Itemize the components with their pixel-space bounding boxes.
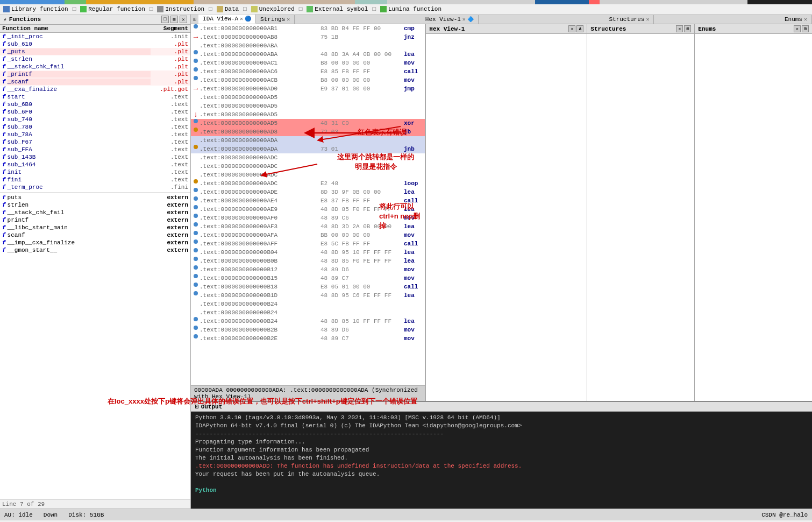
enums-btn2[interactable]: ⊞ (802, 25, 809, 32)
functions-minimize-btn[interactable]: □ (161, 16, 169, 23)
struct-btn2[interactable]: ⊞ (684, 25, 691, 32)
function-row[interactable]: fprintfextern (0, 216, 190, 224)
ida-line[interactable]: .text:0000000000000B24loc_B24:; CODE XRE… (191, 308, 425, 317)
function-row[interactable]: f_scanf.plt (0, 78, 190, 86)
hex-view-content[interactable] (426, 34, 587, 401)
function-row[interactable]: f__gmon_start__extern (0, 246, 190, 254)
function-row[interactable]: f_term_proc.fini (0, 184, 190, 191)
ida-line[interactable]: .text:0000000000000ADCE2 48loopnear ptr … (191, 179, 425, 188)
ida-line[interactable]: .text:0000000000000B2E48 89 C7movrdi, ra… (191, 334, 425, 343)
function-row[interactable]: fsub_780.text (0, 123, 190, 131)
struct-btn1[interactable]: ✕ (676, 25, 683, 32)
ida-line[interactable]: ↓.text:0000000000000AD5 (191, 110, 425, 119)
ida-line[interactable]: .text:0000000000000ADC (191, 162, 425, 171)
ida-line[interactable]: .text:0000000000000AFABB 00 00 00 00move… (191, 231, 425, 239)
ida-line[interactable]: .text:0000000000000B2B48 89 D6movrsi, rd… (191, 326, 425, 334)
ida-line[interactable]: .text:0000000000000AD548 31 C0xorloc_AD5… (191, 119, 425, 128)
ida-line[interactable]: .text:0000000000000B0B48 8D 85 F0 FE FF … (191, 257, 425, 265)
ida-line[interactable]: .text:0000000000000ACBB8 00 00 00 00move… (191, 76, 425, 84)
ida-line[interactable]: .text:0000000000000B1248 89 D6movrsi, rd… (191, 265, 425, 274)
enums-btn1[interactable]: ✕ (794, 25, 801, 32)
function-name: sub_610 (8, 41, 151, 47)
ida-line[interactable]: .text:0000000000000AF348 8D 3D 2A 0B 00 … (191, 222, 425, 231)
ida-line[interactable]: .text:0000000000000AD872 03jbshort near … (191, 128, 425, 136)
ida-line[interactable]: .text:0000000000000AD5; (191, 102, 425, 110)
function-row[interactable]: f__stack_chk_failextern (0, 209, 190, 216)
structures-content[interactable] (587, 34, 694, 401)
ida-mnemonic: mov (404, 274, 425, 283)
ida-line[interactable]: .text:0000000000000AC1B8 00 00 00 00move… (191, 59, 425, 67)
ida-line[interactable]: →.text:0000000000000AB875 1Bjnzshort loc… (191, 33, 425, 41)
ida-line[interactable]: .text:0000000000000B0448 8D 95 10 FF FF … (191, 248, 425, 257)
function-row[interactable]: f__cxa_finalize.plt.got (0, 86, 190, 93)
function-row[interactable]: fsub_FFA.text (0, 146, 190, 153)
ida-line[interactable]: .text:0000000000000AFFE8 5C FB FF FFcall… (191, 239, 425, 248)
ida-line[interactable]: .text:0000000000000ADCloc_ADC: (191, 171, 425, 179)
function-row[interactable]: fstrlenextern (0, 201, 190, 209)
ida-mnemonic: jmp (404, 84, 425, 93)
ida-line[interactable]: .text:0000000000000B18E8 05 01 00 00call… (191, 283, 425, 291)
function-row[interactable]: f_init_proc.init (0, 33, 190, 40)
function-row[interactable]: fsub_740.text (0, 116, 190, 123)
tab-structures-close[interactable]: ✕ (646, 16, 649, 23)
ida-line[interactable]: →.text:0000000000000AD0E9 37 01 00 00jmp… (191, 84, 425, 93)
function-segment: .text (151, 169, 188, 175)
ida-line[interactable]: .text:0000000000000ABA (191, 41, 425, 50)
ida-line[interactable]: .text:0000000000000AE948 8D 85 F0 FE FF … (191, 205, 425, 214)
function-row[interactable]: f_strlen.plt (0, 55, 190, 63)
functions-restore-btn[interactable]: ⊞ (170, 16, 178, 23)
ida-line[interactable]: .text:0000000000000ADA73 01jnbshort near… (191, 145, 425, 153)
functions-table[interactable]: f_init_proc.initfsub_610.pltf_puts.pltf_… (0, 33, 190, 499)
function-row[interactable]: fstart.text (0, 93, 190, 101)
output-content[interactable]: Python 3.8.10 (tags/v3.8.10:3d8993a, May… (191, 412, 812, 509)
function-row[interactable]: f__libc_start_mainextern (0, 224, 190, 231)
functions-close-btn[interactable]: ✕ (180, 16, 187, 23)
enums-content[interactable] (695, 34, 812, 401)
ida-line[interactable]: .text:0000000000000AC6E8 85 FB FF FFcall… (191, 67, 425, 76)
ida-line[interactable]: .text:0000000000000B1548 89 C7movrdi, ra… (191, 274, 425, 283)
function-row[interactable]: fsub_78A.text (0, 131, 190, 138)
function-segment: extern (151, 224, 188, 231)
function-row[interactable]: fsub_F67.text (0, 138, 190, 146)
ida-line[interactable]: .text:0000000000000AB183 BD B4 FE FF 00c… (191, 24, 425, 33)
function-row[interactable]: fsub_610.plt (0, 40, 190, 48)
function-row[interactable]: fsub_143B.text (0, 153, 190, 161)
function-icon: f (2, 79, 6, 85)
tab-strings-close[interactable]: ✕ (287, 16, 290, 23)
ida-line[interactable]: .text:0000000000000B1D48 8D 95 C6 FE FF … (191, 291, 425, 300)
ida-scroll-area[interactable]: .text:0000000000000AB183 BD B4 FE FF 00c… (191, 24, 425, 385)
function-row[interactable]: f_printf.plt (0, 70, 190, 78)
hex-view-btn2[interactable]: A (576, 25, 583, 32)
tab-ida-view-close[interactable]: ✕ (240, 16, 243, 22)
function-row[interactable]: f__imp__cxa_finalizeextern (0, 239, 190, 246)
ida-line[interactable]: .text:0000000000000AE4E8 37 FB FF FFcall… (191, 196, 425, 205)
tab-hex-view-close[interactable]: ✕ (462, 16, 466, 23)
ida-line[interactable]: .text:0000000000000ADE8D 3D 9F 0B 00 00l… (191, 188, 425, 196)
function-row[interactable]: fsub_1464.text (0, 161, 190, 168)
ida-line[interactable]: .text:0000000000000ADC (191, 153, 425, 162)
function-row[interactable]: f__stack_chk_fail.plt (0, 63, 190, 70)
tab-enums[interactable]: Enums ✕ (780, 15, 812, 24)
function-row[interactable]: fsub_6F0.text (0, 108, 190, 116)
hex-placeholder (427, 35, 586, 41)
function-row[interactable]: fscanfextern (0, 231, 190, 239)
function-row[interactable]: ffini.text (0, 176, 190, 184)
ida-line[interactable]: .text:0000000000000B24 (191, 300, 425, 308)
function-row[interactable]: finit.text (0, 168, 190, 176)
tab-hex-view[interactable]: Hex View-1 ✕ 🔷 (421, 15, 479, 24)
ida-line[interactable]: .text:0000000000000ADA (191, 136, 425, 145)
function-row[interactable]: f_puts.plt (0, 48, 190, 55)
ida-address: .text:0000000000000AB8 (200, 33, 320, 41)
tab-enums-close[interactable]: ✕ (804, 16, 807, 23)
function-row[interactable]: fsub_6B0.text (0, 101, 190, 108)
tab-strings[interactable]: Strings ✕ (256, 15, 295, 24)
function-row[interactable]: fputsextern (0, 194, 190, 201)
ida-line[interactable]: .text:0000000000000AF048 89 C6movrsi, ra… (191, 214, 425, 222)
hex-view-btn1[interactable]: ✕ (568, 25, 575, 32)
tab-ida-view[interactable]: IDA View-A ✕ 🔵 (198, 15, 256, 24)
tab-structures[interactable]: Structures ✕ (604, 15, 654, 24)
ida-line[interactable]: .text:0000000000000AD5 (191, 93, 425, 102)
ida-line[interactable]: .text:0000000000000ABA48 8D 3A A4 0B 00 … (191, 50, 425, 59)
function-icon: f (2, 86, 6, 93)
ida-line[interactable]: .text:0000000000000B2448 8D 85 10 FF FF … (191, 317, 425, 326)
